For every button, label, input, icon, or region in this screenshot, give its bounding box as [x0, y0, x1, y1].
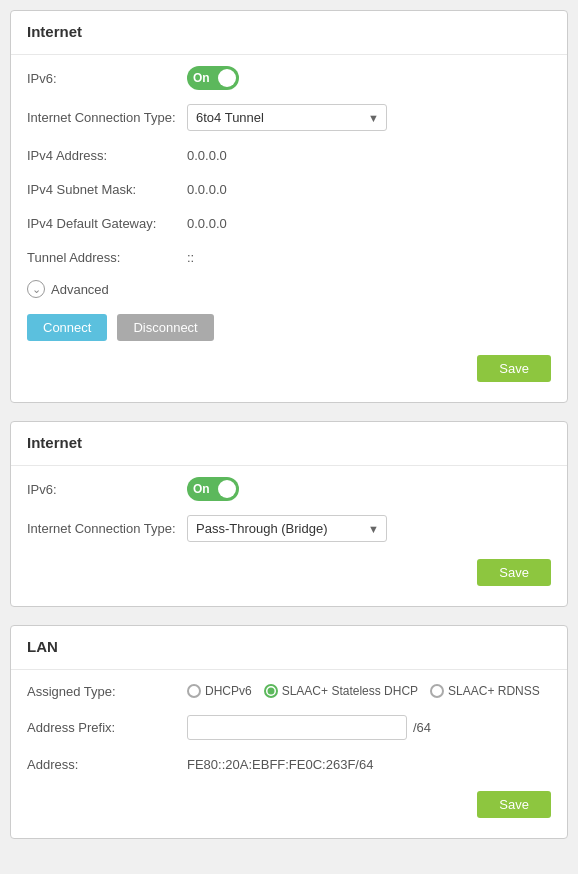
ipv4-gateway-value: 0.0.0.0: [187, 216, 227, 231]
save-button-3[interactable]: Save: [477, 791, 551, 818]
ipv4-gateway-label: IPv4 Default Gateway:: [27, 216, 187, 231]
connection-type-select-1[interactable]: 6to4 Tunnel Static IPv6 DHCPv6 PPPoE 6rd…: [187, 104, 387, 131]
save-row-2: Save: [11, 549, 567, 590]
connection-type-wrapper-1: 6to4 Tunnel Static IPv6 DHCPv6 PPPoE 6rd…: [187, 104, 387, 131]
connection-type-select-2[interactable]: 6to4 Tunnel Static IPv6 DHCPv6 PPPoE 6rd…: [187, 515, 387, 542]
ipv6-row-1: IPv6: On: [11, 59, 567, 97]
connection-type-row-2: Internet Connection Type: 6to4 Tunnel St…: [11, 508, 567, 549]
tunnel-address-value: ::: [187, 250, 194, 265]
address-row: Address: FE80::20A:EBFF:FE0C:263F/64: [11, 747, 567, 781]
connection-type-row-1: Internet Connection Type: 6to4 Tunnel St…: [11, 97, 567, 138]
address-prefix-label: Address Prefix:: [27, 720, 187, 735]
radio-label-dhcpv6: DHCPv6: [205, 684, 252, 698]
ipv4-gateway-row: IPv4 Default Gateway: 0.0.0.0: [11, 206, 567, 240]
connection-type-label-1: Internet Connection Type:: [27, 110, 187, 125]
ipv4-address-row: IPv4 Address: 0.0.0.0: [11, 138, 567, 172]
connection-type-wrapper-2: 6to4 Tunnel Static IPv6 DHCPv6 PPPoE 6rd…: [187, 515, 387, 542]
advanced-row[interactable]: ⌄ Advanced: [11, 274, 567, 304]
card2-title: Internet: [11, 422, 567, 461]
radio-circle-dhcpv6: [187, 684, 201, 698]
address-prefix-input[interactable]: [187, 715, 407, 740]
address-prefix-row: Address Prefix: /64: [11, 708, 567, 747]
assigned-type-radio-group: DHCPv6 SLAAC+ Stateless DHCP SLAAC+ RDNS…: [187, 684, 540, 698]
card3-title: LAN: [11, 626, 567, 665]
tunnel-address-label: Tunnel Address:: [27, 250, 187, 265]
ipv4-subnet-value: 0.0.0.0: [187, 182, 227, 197]
address-label: Address:: [27, 757, 187, 772]
radio-label-slaac-stateless: SLAAC+ Stateless DHCP: [282, 684, 418, 698]
ipv6-label-1: IPv6:: [27, 71, 187, 86]
radio-label-slaac-rdnss: SLAAC+ RDNSS: [448, 684, 540, 698]
advanced-chevron-icon: ⌄: [27, 280, 45, 298]
advanced-label: Advanced: [51, 282, 109, 297]
connection-type-label-2: Internet Connection Type:: [27, 521, 187, 536]
ipv6-toggle-label-2: On: [193, 482, 210, 496]
internet-card-1: Internet IPv6: On Internet Connection Ty…: [10, 10, 568, 403]
save-button-2[interactable]: Save: [477, 559, 551, 586]
connect-btn-row: Connect Disconnect: [11, 304, 567, 345]
radio-slaac-rdnss[interactable]: SLAAC+ RDNSS: [430, 684, 540, 698]
radio-slaac-stateless[interactable]: SLAAC+ Stateless DHCP: [264, 684, 418, 698]
save-button-1[interactable]: Save: [477, 355, 551, 382]
tunnel-address-row: Tunnel Address: ::: [11, 240, 567, 274]
disconnect-button[interactable]: Disconnect: [117, 314, 213, 341]
radio-circle-slaac-rdnss: [430, 684, 444, 698]
save-row-3: Save: [11, 781, 567, 822]
prefix-suffix: /64: [413, 720, 431, 735]
ipv6-row-2: IPv6: On: [11, 470, 567, 508]
address-value: FE80::20A:EBFF:FE0C:263F/64: [187, 757, 373, 772]
ipv6-toggle-1[interactable]: On: [187, 66, 239, 90]
card1-title: Internet: [11, 11, 567, 50]
ipv4-subnet-label: IPv4 Subnet Mask:: [27, 182, 187, 197]
ipv4-address-label: IPv4 Address:: [27, 148, 187, 163]
toggle-knob-2: [218, 480, 236, 498]
ipv6-toggle-2[interactable]: On: [187, 477, 239, 501]
assigned-type-label: Assigned Type:: [27, 684, 187, 699]
radio-dhcpv6[interactable]: DHCPv6: [187, 684, 252, 698]
ipv6-label-2: IPv6:: [27, 482, 187, 497]
ipv6-toggle-label-1: On: [193, 71, 210, 85]
radio-circle-slaac-stateless: [264, 684, 278, 698]
lan-card: LAN Assigned Type: DHCPv6 SLAAC+ Statele…: [10, 625, 568, 839]
ipv4-address-value: 0.0.0.0: [187, 148, 227, 163]
connect-button[interactable]: Connect: [27, 314, 107, 341]
internet-card-2: Internet IPv6: On Internet Connection Ty…: [10, 421, 568, 607]
toggle-knob-1: [218, 69, 236, 87]
save-row-1: Save: [11, 345, 567, 386]
assigned-type-row: Assigned Type: DHCPv6 SLAAC+ Stateless D…: [11, 674, 567, 708]
ipv4-subnet-row: IPv4 Subnet Mask: 0.0.0.0: [11, 172, 567, 206]
